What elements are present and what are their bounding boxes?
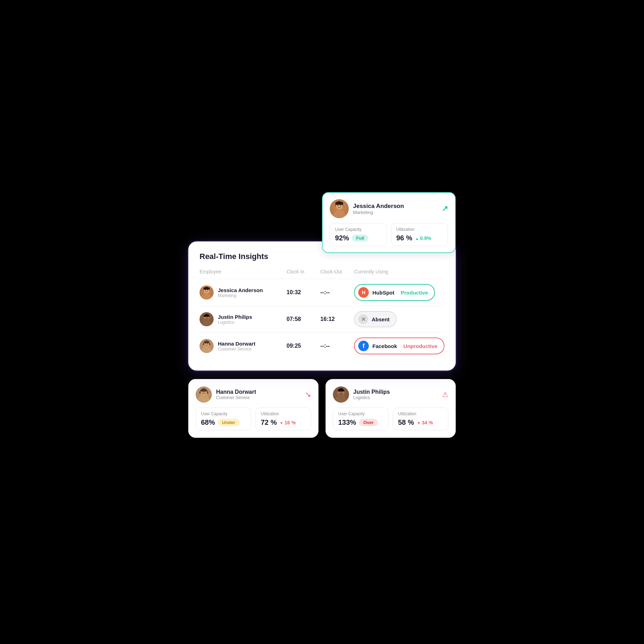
hanna-util-box: Utilization 72 % 16 % (255, 408, 311, 430)
svg-point-14 (202, 347, 211, 353)
justin-row-name: Justin Philips (218, 314, 252, 320)
svg-point-10 (202, 320, 211, 326)
svg-point-6 (202, 293, 211, 299)
hanna-using: f Facebook Unproductive (354, 333, 444, 360)
hanna-clockin: 09:25 (286, 333, 320, 360)
table-row: Justin Philips Logistics 07:58 16:12 ✕ (200, 306, 444, 333)
justin-bottom-card: Justin Philips Logistics ⚠ User Capacity… (326, 379, 456, 438)
justin-trend-icon: ⚠ (442, 390, 448, 399)
justin-util-pct: 58 % (398, 418, 414, 427)
jessica-capacity-badge: Full (352, 234, 368, 242)
absent-badge: ✕ Absent (354, 311, 397, 327)
facebook-name: Facebook (372, 343, 397, 349)
hanna-capacity-badge: Under (218, 419, 240, 426)
justin-util-label: Utilization (398, 411, 443, 416)
trend-up-icon: ↗ (442, 204, 448, 213)
jessica-util-pct: 96 % (396, 234, 412, 242)
hanna-capacity-value: 68% Under (201, 418, 246, 427)
justin-using: ✕ Absent (354, 306, 444, 333)
hanna-trend-icon: ↘ (305, 390, 311, 399)
hanna-row-dept: Customer Service (218, 347, 255, 352)
justin-capacity-label: User Capacity (338, 411, 383, 416)
jessica-capacity-pct: 92% (335, 234, 349, 242)
jessica-anderson-card: Jessica Anderson Marketing ↗ User Capaci… (322, 192, 456, 253)
justin-util-box: Utilization 58 % 34 % (393, 408, 448, 430)
justin-capacity-box: User Capacity 133% Over (333, 408, 389, 430)
hanna-util-label: Utilization (261, 411, 306, 416)
justin-util-value: 58 % 34 % (398, 418, 443, 427)
hanna-card-header-left: Hanna Dorwart Customer Service (196, 386, 256, 403)
employee-cell-jessica: Jessica Anderson Marketing (200, 279, 286, 306)
hanna-card-header: Hanna Dorwart Customer Service ↘ (196, 386, 311, 403)
jessica-table-avatar (200, 285, 214, 299)
jessica-util-change: 0.9% (415, 235, 431, 241)
jessica-metrics: User Capacity 92% Full Utilization 96 % … (330, 223, 448, 246)
justin-card-header: Justin Philips Logistics ⚠ (333, 386, 448, 403)
hubspot-badge: H HubSpot Productive (354, 284, 435, 301)
jessica-capacity-value: 92% Full (335, 234, 381, 242)
svg-point-7 (205, 290, 206, 291)
justin-card-avatar (333, 386, 349, 403)
hanna-util-value: 72 % 16 % (261, 418, 306, 427)
hanna-capacity-pct: 68% (201, 418, 215, 427)
jessica-using: H HubSpot Productive (354, 279, 444, 306)
panel-title: Real-Time Insights (200, 252, 444, 261)
absent-icon: ✕ (358, 314, 368, 324)
employee-cell-hanna: Hanna Dorwart Customer Service (200, 333, 286, 360)
hanna-capacity-box: User Capacity 68% Under (196, 408, 251, 430)
hanna-bottom-card: Hanna Dorwart Customer Service ↘ User Ca… (188, 379, 318, 438)
table-row: Hanna Dorwart Customer Service 09:25 --:… (200, 333, 444, 360)
hanna-util-pct: 72 % (261, 418, 277, 427)
col-header-clockin: Clock In (286, 269, 320, 279)
jessica-util-box: Utilization 96 % 0.9% (391, 223, 448, 246)
jessica-clockout: --:-- (320, 279, 354, 306)
jessica-dept: Marketing (353, 210, 404, 215)
svg-point-26 (335, 395, 347, 403)
jessica-info: Jessica Anderson Marketing (353, 203, 404, 215)
insights-table: Employee Clock In Clock-Out Currently Us… (200, 269, 444, 359)
justin-capacity-value: 133% Over (338, 418, 383, 427)
hanna-clockout: --:-- (320, 333, 354, 360)
svg-point-2 (333, 210, 345, 218)
justin-table-avatar (200, 312, 214, 326)
svg-point-8 (207, 290, 208, 291)
jessica-name: Jessica Anderson (353, 203, 404, 210)
facebook-productivity: Unproductive (403, 343, 437, 349)
justin-card-dept: Logistics (353, 395, 390, 400)
justin-card-name: Justin Philips (353, 389, 390, 395)
hubspot-icon: H (358, 287, 369, 298)
col-header-employee: Employee (200, 269, 286, 279)
col-header-using: Currently Using (354, 269, 444, 279)
jessica-clockin: 10:32 (286, 279, 320, 306)
table-header-row: Employee Clock In Clock-Out Currently Us… (200, 269, 444, 279)
hubspot-productivity: Productive (401, 290, 428, 296)
col-header-clockout: Clock-Out (320, 269, 354, 279)
svg-point-15 (205, 343, 206, 344)
svg-point-20 (198, 395, 209, 403)
svg-point-4 (340, 205, 341, 206)
jessica-row-name: Jessica Anderson (218, 287, 263, 293)
jessica-util-value: 96 % 0.9% (396, 234, 443, 242)
justin-card-header-left: Justin Philips Logistics (333, 386, 390, 403)
jessica-card-header-left: Jessica Anderson Marketing (330, 199, 404, 218)
employee-cell-justin: Justin Philips Logistics (200, 306, 286, 333)
justin-clockout: 16:12 (320, 306, 354, 333)
facebook-icon: f (358, 341, 369, 351)
justin-metrics: User Capacity 133% Over Utilization 58 %… (333, 408, 448, 430)
svg-point-16 (207, 343, 208, 344)
main-panel: Real-Time Insights Employee Clock In Clo… (188, 241, 456, 371)
jessica-capacity-box: User Capacity 92% Full (330, 223, 387, 246)
jessica-avatar (330, 199, 349, 218)
hanna-util-change: 16 % (280, 420, 296, 425)
justin-util-change: 34 % (417, 420, 433, 425)
hanna-card-dept: Customer Service (216, 395, 256, 400)
hanna-metrics: User Capacity 68% Under Utilization 72 %… (196, 408, 311, 430)
justin-row-dept: Logistics (218, 320, 252, 325)
justin-capacity-badge: Over (359, 419, 378, 426)
jessica-capacity-label: User Capacity (335, 227, 381, 232)
svg-point-3 (337, 205, 339, 206)
scene: Jessica Anderson Marketing ↗ User Capaci… (178, 192, 466, 452)
justin-clockin: 07:58 (286, 306, 320, 333)
hanna-card-avatar (196, 386, 212, 403)
table-row: Jessica Anderson Marketing 10:32 --:-- (200, 279, 444, 306)
